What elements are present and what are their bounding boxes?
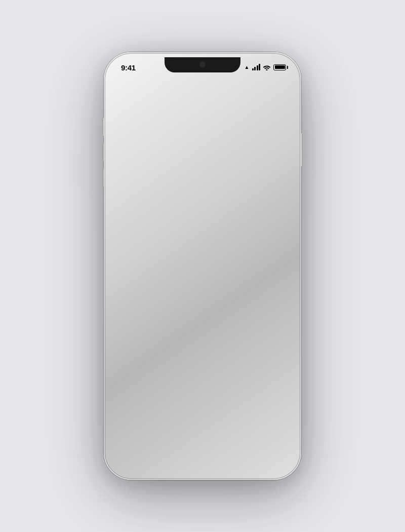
tab-walk[interactable]: 🚶 xyxy=(150,335,183,354)
eb xyxy=(196,408,199,417)
svg-point-62 xyxy=(278,92,279,93)
route-1-time: 36 min xyxy=(122,372,283,385)
svg-text:California St: California St xyxy=(251,163,270,167)
svg-text:San Francisco: San Francisco xyxy=(187,153,214,157)
warning-shared-roads: 🚲 Shared roads and protected lanes xyxy=(122,426,283,436)
svg-text:BRIDGE: BRIDGE xyxy=(195,110,211,115)
svg-text:South Bay: South Bay xyxy=(175,99,196,104)
signal-bars xyxy=(252,64,261,70)
phone-screen: 9:41 ▲ xyxy=(109,57,296,475)
eb xyxy=(147,407,150,417)
elevation-bars-1 xyxy=(122,403,245,417)
signal-bar-3 xyxy=(257,65,258,70)
svg-text:Golden Gate Park: Golden Gate Park xyxy=(181,213,214,218)
svg-text:DE YOUNG: DE YOUNG xyxy=(205,196,221,199)
eb xyxy=(126,410,130,417)
eb xyxy=(159,406,163,417)
map-info-button[interactable] xyxy=(270,85,288,103)
tab-drive[interactable]: 🚗 xyxy=(115,335,147,354)
svg-text:Geary Blvd: Geary Blvd xyxy=(240,171,258,175)
svg-marker-1 xyxy=(109,85,296,300)
route-option-1[interactable]: 36 min 5.8 mi · 300 ft climb xyxy=(114,364,291,457)
location-icon xyxy=(274,111,284,121)
map-location-button[interactable] xyxy=(270,107,288,125)
eb xyxy=(167,403,171,417)
svg-text:Haight St: Haight St xyxy=(230,188,245,193)
weather-temp: ☀️ 61° xyxy=(263,276,284,284)
direction-panel: To Dutch Windmill From Mission Dolores P… xyxy=(109,295,296,475)
eb xyxy=(241,412,245,417)
route-1-bar-container: GO xyxy=(122,399,283,421)
eb xyxy=(228,414,232,417)
svg-text:Taraval St: Taraval St xyxy=(167,247,183,250)
bike-warning-icon: 🚲 xyxy=(122,426,132,436)
svg-text:Gate Park: Gate Park xyxy=(159,127,178,132)
eb xyxy=(134,409,138,417)
eb xyxy=(138,408,142,417)
status-icons: ▲ xyxy=(245,64,286,70)
transport-tabs: 🚗 🚶 🚌 🚲 🚶‍♂️ xyxy=(109,331,296,359)
eb xyxy=(233,413,236,417)
warning-pedestrians: ⚠️ Some paths shared with pedestrians. xyxy=(122,438,283,448)
temperature: 61° xyxy=(273,276,284,284)
svg-text:1: 1 xyxy=(209,248,211,253)
eb xyxy=(171,403,175,417)
mission-dolores-marker[interactable]: MissionDolores Park xyxy=(233,202,261,224)
status-time: 9:41 xyxy=(121,63,136,72)
weather-icon: ☀️ xyxy=(263,276,272,284)
go-button-1[interactable]: GO xyxy=(251,399,283,421)
eb xyxy=(142,410,146,417)
svg-text:Noriega St: Noriega St xyxy=(175,224,191,228)
tab-bike[interactable]: 🚲 xyxy=(222,335,254,354)
svg-rect-63 xyxy=(278,94,279,96)
svg-text:Fulton St: Fulton St xyxy=(240,178,255,182)
caution-warning-icon: ⚠️ xyxy=(122,438,132,448)
svg-text:Vicente St: Vicente St xyxy=(167,267,183,271)
eb xyxy=(192,408,195,417)
eb xyxy=(155,405,158,417)
svg-text:Bush St: Bush St xyxy=(266,158,278,162)
eb xyxy=(212,411,216,417)
eb xyxy=(163,404,167,417)
tab-transit[interactable]: 🚌 xyxy=(186,335,219,354)
svg-text:Broadway St: Broadway St xyxy=(266,148,286,152)
eb xyxy=(204,410,208,417)
eb xyxy=(208,410,212,417)
mission-marker-label: MissionDolores Park xyxy=(233,214,261,224)
svg-text:MUSEUM: MUSEUM xyxy=(205,199,219,202)
map-area[interactable]: Golden Gate Park San Fran Broadway St Bu… xyxy=(109,57,296,300)
battery-fill xyxy=(275,65,285,69)
panel-header: To Dutch Windmill From Mission Dolores P… xyxy=(109,295,296,331)
svg-text:10th Ave: 10th Ave xyxy=(209,230,212,243)
svg-text:Conita: Conita xyxy=(116,85,127,88)
route-option-2[interactable]: 37 min 5.7 mi · 300 ft climb xyxy=(114,462,291,475)
dutch-windmill-marker[interactable]: ☆ Dutch Windmill xyxy=(147,178,183,199)
signal-bar-2 xyxy=(254,67,256,70)
wifi-icon xyxy=(263,64,271,70)
notch xyxy=(165,57,240,72)
route-label: 36 min Fastest xyxy=(187,166,221,188)
route-label-type: Fastest xyxy=(192,177,216,186)
eb xyxy=(151,406,154,417)
route-label-time: 36 min xyxy=(192,169,216,177)
windmill-marker-label: Dutch Windmill xyxy=(147,193,183,199)
subtitle-location: Mission Dolores Park xyxy=(136,316,202,324)
eb xyxy=(188,406,191,417)
close-button[interactable]: ✕ xyxy=(274,305,288,319)
location-icon: ▲ xyxy=(245,64,250,70)
eb xyxy=(237,413,240,417)
tab-hike[interactable]: 🚶‍♂️ xyxy=(258,335,290,354)
warning-shared-roads-text: Shared roads and protected lanes xyxy=(136,428,235,435)
svg-text:Lincoln Park: Lincoln Park xyxy=(139,160,159,163)
panel-subtitle: From Mission Dolores Park xyxy=(117,316,205,324)
eb xyxy=(122,413,126,417)
eb xyxy=(200,409,204,417)
info-icon xyxy=(274,90,284,99)
aqi-badge: AQI 34 xyxy=(263,285,284,291)
eb xyxy=(130,411,134,417)
route-1-elevation xyxy=(122,403,245,417)
eb xyxy=(224,413,228,417)
svg-text:Mason St: Mason St xyxy=(261,136,276,140)
svg-text:Golden Gate: Golden Gate xyxy=(139,114,165,119)
windmill-marker-icon: ☆ xyxy=(158,178,172,192)
